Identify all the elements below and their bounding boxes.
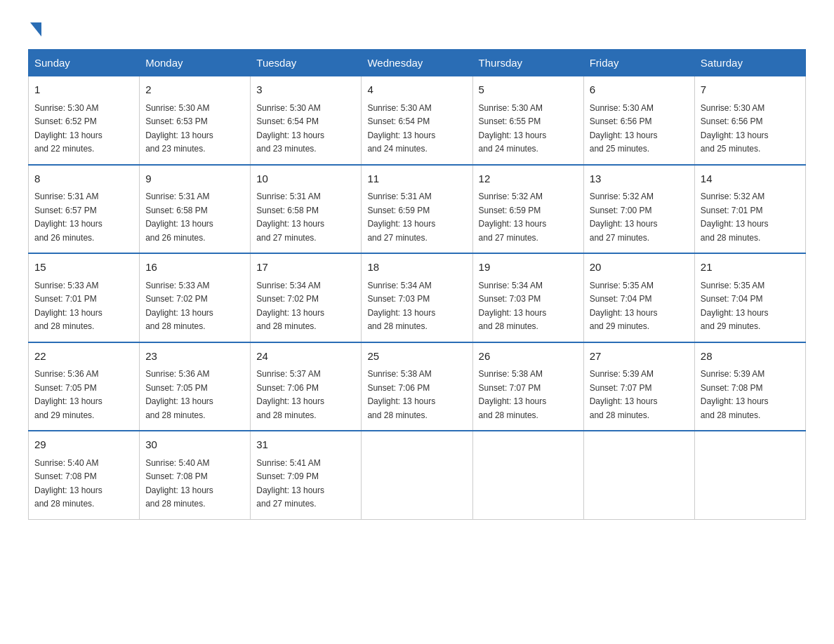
calendar-cell: 18 Sunrise: 5:34 AMSunset: 7:03 PMDaylig…	[362, 253, 472, 342]
day-number: 27	[590, 349, 689, 365]
day-number: 29	[34, 437, 133, 453]
calendar-cell	[694, 431, 805, 519]
day-info: Sunrise: 5:31 AMSunset: 6:57 PMDaylight:…	[34, 192, 102, 243]
logo-arrow-icon	[30, 22, 41, 36]
day-info: Sunrise: 5:40 AMSunset: 7:08 PMDaylight:…	[34, 458, 102, 509]
day-info: Sunrise: 5:30 AMSunset: 6:56 PMDaylight:…	[701, 103, 769, 154]
calendar-body: 1 Sunrise: 5:30 AMSunset: 6:52 PMDayligh…	[29, 76, 806, 520]
day-number: 6	[590, 82, 689, 98]
day-number: 18	[367, 260, 466, 276]
day-info: Sunrise: 5:36 AMSunset: 7:05 PMDaylight:…	[34, 369, 102, 420]
day-header-tuesday: Tuesday	[251, 50, 362, 76]
day-info: Sunrise: 5:39 AMSunset: 7:08 PMDaylight:…	[701, 369, 769, 420]
calendar-cell: 7 Sunrise: 5:30 AMSunset: 6:56 PMDayligh…	[694, 76, 805, 165]
day-number: 9	[145, 171, 244, 187]
days-header-row: SundayMondayTuesdayWednesdayThursdayFrid…	[29, 50, 806, 76]
day-number: 26	[479, 349, 578, 365]
logo	[28, 21, 44, 35]
day-info: Sunrise: 5:30 AMSunset: 6:53 PMDaylight:…	[145, 103, 213, 154]
day-number: 1	[34, 82, 133, 98]
day-number: 4	[367, 82, 466, 98]
calendar-cell	[583, 431, 694, 519]
day-number: 30	[145, 437, 244, 453]
calendar-cell: 29 Sunrise: 5:40 AMSunset: 7:08 PMDaylig…	[29, 431, 140, 519]
day-header-friday: Friday	[583, 50, 694, 76]
calendar-week-5: 29 Sunrise: 5:40 AMSunset: 7:08 PMDaylig…	[29, 431, 806, 519]
day-info: Sunrise: 5:41 AMSunset: 7:09 PMDaylight:…	[256, 458, 324, 509]
calendar-cell: 4 Sunrise: 5:30 AMSunset: 6:54 PMDayligh…	[362, 76, 472, 165]
calendar-cell: 1 Sunrise: 5:30 AMSunset: 6:52 PMDayligh…	[29, 76, 140, 165]
calendar-cell: 15 Sunrise: 5:33 AMSunset: 7:01 PMDaylig…	[29, 253, 140, 342]
day-number: 2	[145, 82, 244, 98]
day-header-monday: Monday	[140, 50, 251, 76]
calendar-cell: 8 Sunrise: 5:31 AMSunset: 6:57 PMDayligh…	[29, 165, 140, 254]
calendar-cell: 25 Sunrise: 5:38 AMSunset: 7:06 PMDaylig…	[362, 342, 472, 431]
calendar-cell: 3 Sunrise: 5:30 AMSunset: 6:54 PMDayligh…	[251, 76, 362, 165]
calendar-cell: 12 Sunrise: 5:32 AMSunset: 6:59 PMDaylig…	[472, 165, 583, 254]
page-header	[28, 21, 806, 35]
day-info: Sunrise: 5:31 AMSunset: 6:58 PMDaylight:…	[256, 192, 324, 243]
calendar-cell: 24 Sunrise: 5:37 AMSunset: 7:06 PMDaylig…	[251, 342, 362, 431]
calendar-cell: 2 Sunrise: 5:30 AMSunset: 6:53 PMDayligh…	[140, 76, 251, 165]
day-info: Sunrise: 5:40 AMSunset: 7:08 PMDaylight:…	[145, 458, 213, 509]
day-info: Sunrise: 5:38 AMSunset: 7:07 PMDaylight:…	[479, 369, 547, 420]
day-info: Sunrise: 5:34 AMSunset: 7:03 PMDaylight:…	[479, 281, 547, 332]
calendar-cell: 20 Sunrise: 5:35 AMSunset: 7:04 PMDaylig…	[583, 253, 694, 342]
calendar-cell: 21 Sunrise: 5:35 AMSunset: 7:04 PMDaylig…	[694, 253, 805, 342]
day-number: 22	[34, 349, 133, 365]
day-number: 14	[701, 171, 800, 187]
calendar-cell: 19 Sunrise: 5:34 AMSunset: 7:03 PMDaylig…	[472, 253, 583, 342]
calendar-week-4: 22 Sunrise: 5:36 AMSunset: 7:05 PMDaylig…	[29, 342, 806, 431]
calendar-cell: 6 Sunrise: 5:30 AMSunset: 6:56 PMDayligh…	[583, 76, 694, 165]
day-info: Sunrise: 5:30 AMSunset: 6:54 PMDaylight:…	[367, 103, 435, 154]
calendar-cell: 27 Sunrise: 5:39 AMSunset: 7:07 PMDaylig…	[583, 342, 694, 431]
day-info: Sunrise: 5:30 AMSunset: 6:52 PMDaylight:…	[34, 103, 102, 154]
day-number: 17	[256, 260, 355, 276]
day-info: Sunrise: 5:31 AMSunset: 6:59 PMDaylight:…	[367, 192, 435, 243]
day-number: 16	[145, 260, 244, 276]
day-header-saturday: Saturday	[694, 50, 805, 76]
day-number: 31	[256, 437, 355, 453]
calendar-cell: 22 Sunrise: 5:36 AMSunset: 7:05 PMDaylig…	[29, 342, 140, 431]
day-header-thursday: Thursday	[472, 50, 583, 76]
day-number: 13	[590, 171, 689, 187]
calendar-cell	[472, 431, 583, 519]
day-info: Sunrise: 5:30 AMSunset: 6:56 PMDaylight:…	[590, 103, 658, 154]
day-info: Sunrise: 5:34 AMSunset: 7:02 PMDaylight:…	[256, 281, 324, 332]
day-number: 11	[367, 171, 466, 187]
day-info: Sunrise: 5:33 AMSunset: 7:01 PMDaylight:…	[34, 281, 102, 332]
calendar-cell: 16 Sunrise: 5:33 AMSunset: 7:02 PMDaylig…	[140, 253, 251, 342]
calendar-week-1: 1 Sunrise: 5:30 AMSunset: 6:52 PMDayligh…	[29, 76, 806, 165]
calendar-cell: 10 Sunrise: 5:31 AMSunset: 6:58 PMDaylig…	[251, 165, 362, 254]
day-number: 10	[256, 171, 355, 187]
day-info: Sunrise: 5:30 AMSunset: 6:54 PMDaylight:…	[256, 103, 324, 154]
calendar-cell: 9 Sunrise: 5:31 AMSunset: 6:58 PMDayligh…	[140, 165, 251, 254]
day-number: 8	[34, 171, 133, 187]
day-number: 21	[701, 260, 800, 276]
day-info: Sunrise: 5:32 AMSunset: 7:00 PMDaylight:…	[590, 192, 658, 243]
day-info: Sunrise: 5:36 AMSunset: 7:05 PMDaylight:…	[145, 369, 213, 420]
day-number: 7	[701, 82, 800, 98]
day-info: Sunrise: 5:34 AMSunset: 7:03 PMDaylight:…	[367, 281, 435, 332]
day-info: Sunrise: 5:39 AMSunset: 7:07 PMDaylight:…	[590, 369, 658, 420]
day-info: Sunrise: 5:31 AMSunset: 6:58 PMDaylight:…	[145, 192, 213, 243]
day-number: 28	[701, 349, 800, 365]
calendar-cell: 31 Sunrise: 5:41 AMSunset: 7:09 PMDaylig…	[251, 431, 362, 519]
day-info: Sunrise: 5:37 AMSunset: 7:06 PMDaylight:…	[256, 369, 324, 420]
day-info: Sunrise: 5:30 AMSunset: 6:55 PMDaylight:…	[479, 103, 547, 154]
calendar-table: SundayMondayTuesdayWednesdayThursdayFrid…	[28, 49, 806, 520]
day-info: Sunrise: 5:32 AMSunset: 7:01 PMDaylight:…	[701, 192, 769, 243]
calendar-week-2: 8 Sunrise: 5:31 AMSunset: 6:57 PMDayligh…	[29, 165, 806, 254]
day-number: 23	[145, 349, 244, 365]
calendar-cell: 5 Sunrise: 5:30 AMSunset: 6:55 PMDayligh…	[472, 76, 583, 165]
calendar-cell: 13 Sunrise: 5:32 AMSunset: 7:00 PMDaylig…	[583, 165, 694, 254]
day-info: Sunrise: 5:35 AMSunset: 7:04 PMDaylight:…	[590, 281, 658, 332]
day-number: 20	[590, 260, 689, 276]
day-number: 12	[479, 171, 578, 187]
day-number: 15	[34, 260, 133, 276]
calendar-cell	[362, 431, 472, 519]
day-number: 19	[479, 260, 578, 276]
calendar-cell: 11 Sunrise: 5:31 AMSunset: 6:59 PMDaylig…	[362, 165, 472, 254]
day-info: Sunrise: 5:35 AMSunset: 7:04 PMDaylight:…	[701, 281, 769, 332]
calendar-cell: 17 Sunrise: 5:34 AMSunset: 7:02 PMDaylig…	[251, 253, 362, 342]
